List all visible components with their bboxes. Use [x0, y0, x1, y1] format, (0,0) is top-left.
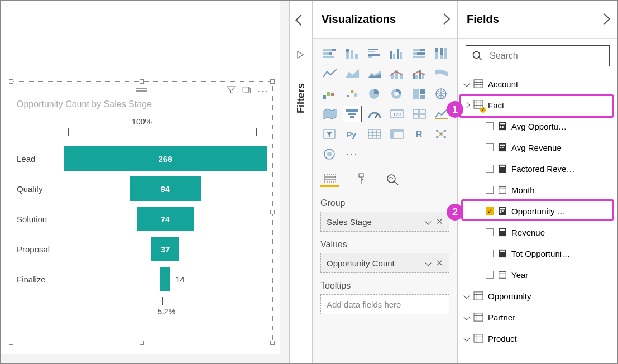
filters-pane-label[interactable]: Filters [295, 83, 307, 113]
field-tot-opportunity[interactable]: Tot Opportuni… [461, 243, 614, 264]
map-icon[interactable] [432, 85, 451, 102]
resize-handle[interactable] [140, 341, 144, 345]
stage-label: Qualify [17, 184, 64, 194]
stacked-area-icon[interactable] [365, 65, 384, 82]
gauge-icon[interactable] [365, 106, 384, 122]
pie-chart-icon[interactable] [365, 85, 384, 102]
table-icon-wrap: ✓ [473, 100, 483, 111]
clustered-column-icon[interactable] [387, 45, 406, 62]
group-well[interactable]: Sales Stage ✕ [320, 212, 449, 232]
funnel-visual[interactable]: ··· Opportunity Count by Sales Stage 100… [11, 81, 273, 343]
field-avg-opportunity[interactable]: Avg Opportu… [461, 116, 614, 137]
report-canvas[interactable]: ··· Opportunity Count by Sales Stage 100… [1, 1, 289, 363]
field-month[interactable]: Month [461, 179, 614, 200]
search-input[interactable] [488, 50, 603, 61]
funnel-bar[interactable]: 94 [130, 176, 200, 201]
search-box[interactable] [466, 45, 610, 66]
decomposition-tree-icon[interactable] [320, 146, 339, 162]
more-options-icon[interactable]: ··· [257, 87, 269, 95]
tooltips-well[interactable]: Add data fields here [320, 294, 449, 314]
stacked-column-icon[interactable] [343, 45, 362, 62]
svg-rect-26 [440, 48, 443, 55]
focus-mode-icon[interactable] [242, 85, 252, 97]
svg-rect-27 [444, 48, 447, 59]
line-stacked-column-icon[interactable] [387, 65, 406, 82]
remove-icon[interactable]: ✕ [436, 217, 443, 227]
checkbox[interactable] [486, 228, 494, 236]
table-account[interactable]: Account [461, 73, 614, 94]
chevron-right-icon[interactable] [601, 13, 609, 26]
scrollbar-horizontal[interactable] [1, 354, 280, 363]
svg-rect-2 [332, 49, 336, 51]
table-product[interactable]: Product [461, 328, 614, 349]
table-icon[interactable] [365, 126, 384, 142]
measure-icon [498, 228, 507, 237]
fields-tab-icon[interactable] [320, 170, 339, 187]
hundred-stacked-column-icon[interactable] [432, 45, 451, 62]
funnel-bar[interactable] [160, 267, 171, 291]
table-opportunity[interactable]: Opportunity [461, 285, 614, 306]
checkbox[interactable] [486, 143, 494, 151]
scatter-icon[interactable] [343, 85, 362, 102]
funnel-bar[interactable]: 268 [64, 146, 267, 171]
more-visuals-icon[interactable]: ··· [343, 146, 362, 162]
remove-icon[interactable]: ✕ [436, 258, 443, 268]
svg-rect-56 [413, 114, 419, 118]
checkbox[interactable] [486, 165, 494, 173]
field-year[interactable]: Year [461, 264, 614, 285]
filled-map-icon[interactable] [320, 106, 339, 122]
matrix-icon[interactable] [387, 126, 406, 142]
hundred-stacked-bar-icon[interactable] [410, 45, 429, 62]
analytics-tab-icon[interactable] [383, 170, 402, 187]
chevron-right-icon[interactable] [440, 13, 448, 26]
field-avg-revenue[interactable]: Avg Revenue [461, 137, 614, 158]
chevron-left-icon[interactable] [297, 16, 305, 26]
slicer-icon[interactable] [320, 126, 339, 142]
svg-text:R: R [416, 130, 423, 139]
svg-rect-3 [323, 52, 329, 55]
funnel-bar[interactable]: 37 [151, 237, 180, 261]
field-revenue[interactable]: Revenue [461, 222, 614, 243]
table-icon [473, 79, 483, 88]
key-influencers-icon[interactable] [432, 126, 451, 142]
drag-grip-icon[interactable] [136, 87, 147, 92]
python-visual-icon[interactable]: Py [343, 126, 362, 142]
donut-chart-icon[interactable] [387, 85, 406, 102]
field-label: Tot Opportuni… [511, 249, 570, 258]
checkbox[interactable] [486, 122, 494, 130]
multi-card-icon[interactable] [410, 106, 429, 122]
chevron-up-icon [463, 102, 470, 108]
visualizations-pane: Visualizations [313, 1, 458, 363]
checkbox[interactable] [486, 250, 494, 257]
svg-rect-81 [324, 174, 336, 182]
filter-icon[interactable] [226, 85, 236, 97]
checkbox[interactable] [486, 186, 494, 194]
treemap-icon[interactable] [410, 85, 429, 102]
line-chart-icon[interactable] [320, 65, 339, 82]
resize-handle[interactable] [270, 341, 275, 345]
chevron-down-icon[interactable] [425, 260, 431, 266]
svg-rect-50 [350, 116, 354, 118]
card-icon[interactable]: 123 [387, 106, 406, 122]
group-well-label: Group [320, 198, 449, 208]
scrollbar-vertical[interactable] [280, 1, 289, 363]
stacked-bar-icon[interactable] [320, 45, 339, 62]
bookmark-icon[interactable] [296, 50, 306, 62]
checkbox[interactable] [486, 271, 494, 279]
bottom-pct-label: 5.2% [157, 307, 175, 316]
values-well[interactable]: Opportunity Count ✕ [320, 253, 449, 273]
waterfall-icon[interactable] [320, 85, 339, 102]
funnel-chart-icon[interactable] [343, 106, 362, 122]
ribbon-chart-icon[interactable] [432, 65, 451, 82]
table-partner[interactable]: Partner [461, 306, 614, 328]
area-chart-icon[interactable] [343, 65, 362, 82]
resize-handle[interactable] [9, 341, 13, 345]
table-fact[interactable]: ✓ Fact [461, 94, 614, 116]
funnel-bar[interactable]: 74 [137, 207, 194, 231]
r-visual-icon[interactable]: R [410, 126, 429, 142]
clustered-bar-icon[interactable] [365, 45, 384, 62]
line-clustered-column-icon[interactable] [410, 65, 429, 82]
format-tab-icon[interactable] [352, 170, 371, 187]
field-factored-revenue[interactable]: Factored Reve… [461, 158, 614, 179]
chevron-down-icon[interactable] [425, 218, 431, 224]
